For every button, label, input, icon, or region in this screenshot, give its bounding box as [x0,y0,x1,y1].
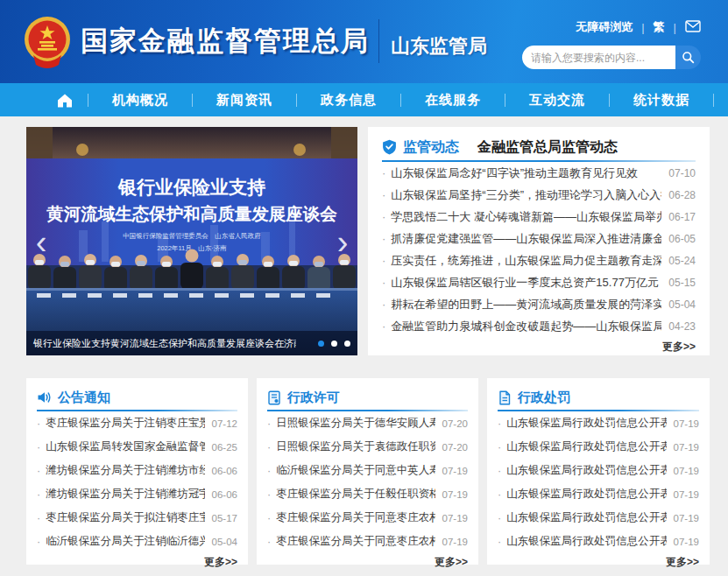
site-header: 国家金融监督管理总局 山东监管局 无障碍浏览 | 繁 | [0,0,728,83]
notices-panel-header: 公告通知 [37,385,237,410]
bullet-dot: · [498,536,501,548]
link-divider: | [674,21,676,34]
item-link[interactable]: 潍坊银保监分局关于注销潍坊市经纬... [46,463,204,478]
bullet-dot: · [37,465,40,477]
panel-title[interactable]: 行政许可 [287,390,340,406]
item-link[interactable]: 山东银保监局行政处罚信息公开表（... [506,463,666,478]
item-date: 07-10 [668,167,696,179]
tab-head-office-news[interactable]: 金融监管总局监管动态 [477,138,618,157]
tab-regulatory-news[interactable]: 监管动态 [403,138,459,157]
site-subtitle: 山东监管局 [391,33,487,60]
item-link[interactable]: 日照银保监分局关于袁德政任职资格的批... [276,439,435,454]
licensing-list: ·日照银保监分局关于德华安顾人寿保险有...07-20·日照银保监分局关于袁德政… [267,411,468,553]
bullet-dot: · [382,232,385,245]
link-divider: | [641,21,644,34]
nav-home[interactable] [42,92,88,109]
bullet-dot: · [382,320,385,333]
item-link[interactable]: 枣庄银保监分局关于注销枣庄宝景汽... [46,416,204,431]
nav-divider [713,94,714,107]
traditional-chinese-link[interactable]: 繁 [654,19,665,35]
item-link[interactable]: 山东银保监局行政处罚信息公开表（... [506,510,666,525]
carousel-caption[interactable]: 银行业保险业支持黄河流域生态保护和高质量发展座谈会在济南召开 [26,337,296,350]
bullet-dot: · [37,488,40,501]
news-list: ·山东银保监局念好“四字诀”推动主题教育见行见效07-10·山东银保监局坚持“三… [382,162,696,337]
carousel-dot[interactable] [331,341,337,347]
news-more-row: 更多>> [382,337,696,355]
carousel-dot[interactable] [318,341,324,347]
item-link[interactable]: 山东银保监局行政处罚信息公开表（... [506,534,666,549]
slide-title-line2: 黄河流域生态保护和高质量发展座谈会 [46,204,337,223]
item-link[interactable]: 山东银保监局辖区银行业一季度末总资产15.77万亿元，同比增长1... [391,275,661,291]
nav-item-1[interactable]: 新闻资讯 [193,92,296,109]
panel-title[interactable]: 公告通知 [58,390,110,406]
item-link[interactable]: 日照银保监分局关于德华安顾人寿保险有... [276,416,435,431]
panel-title[interactable]: 行政处罚 [518,390,570,406]
item-link[interactable]: 山东银保监局行政处罚信息公开表（... [506,487,666,502]
item-date: 07-19 [674,489,699,500]
item-link[interactable]: 潍坊银保监分局关于注销潍坊冠宇汽... [46,487,204,502]
item-link[interactable]: 山东银保监局行政处罚信息公开表（... [506,416,666,431]
item-link[interactable]: 临沂银保监分局关于注销临沂德兴行... [46,534,204,549]
carousel-prev-button[interactable]: ‹ [28,225,54,263]
list-item: ·耕耘在希望的田野上——黄河流域高质量发展的菏泽实践05-04 [382,293,696,315]
item-link[interactable]: 枣庄银保监分局关于任毅任职资格的批复 [276,487,435,502]
accessibility-link[interactable]: 无障碍浏览 [576,19,633,35]
item-link[interactable]: 金融监管助力泉城科创金改破题起势——山东银保监局支持济南市... [391,319,661,334]
bullet-dot: · [382,254,385,267]
item-link[interactable]: 枣庄银保监分局关于拟注销枣庄宝景... [46,510,204,525]
item-date: 07-19 [442,489,468,500]
item-link[interactable]: 枣庄银保监分局关于同意枣庄农村商业银... [276,510,435,525]
search-bar [522,46,701,69]
item-date: 07-19 [442,466,468,476]
item-link[interactable]: 山东银保监局念好“四字诀”推动主题教育见行见效 [391,165,661,181]
nav-item-5[interactable]: 统计数据 [610,92,713,109]
carousel-slide-image[interactable]: 银行业保险业支持 黄河流域生态保护和高质量发展座谈会 中国银行保险监督管理委员会… [26,127,357,355]
item-date: 06-05 [668,233,696,245]
carousel-next-button[interactable]: › [329,225,356,263]
notices-more-row: 更多>> [37,553,237,569]
licensing-panel: 行政许可 ·日照银保监分局关于德华安顾人寿保险有...07-20·日照银保监分局… [257,378,478,565]
penalties-list: ·山东银保监局行政处罚信息公开表（...07-19·山东银保监局行政处罚信息公开… [498,411,699,553]
carousel-dots [318,341,350,347]
list-item: ·潍坊银保监分局关于注销潍坊市经纬...06-06 [37,459,237,482]
mail-icon[interactable] [685,20,701,35]
item-link[interactable]: 山东银保监局坚持“三分类”，推动理论学习入脑入心入行 [391,187,661,203]
list-item: ·山东银保监局行政处罚信息公开表（...07-19 [498,411,699,435]
carousel-dot[interactable] [344,341,350,347]
item-link[interactable]: 学思践悟二十大 凝心铸魂谱新篇——山东银保监局举办“学习贯... [391,209,661,225]
search-button[interactable] [675,46,701,69]
header-utility-links: 无障碍浏览 | 繁 | [576,19,701,35]
item-link[interactable]: 枣庄银保监分局关于同意枣庄农村商业银... [276,534,435,549]
item-link[interactable]: 抓清廉促党建强监管——山东银保监局深入推进清廉金融文化建设 [391,231,661,247]
item-link[interactable]: 压实责任，统筹推进，山东银保监局力促主题教育走深走实 [391,253,661,269]
list-item: ·临沂银保监分局关于同意中英人寿保险有...07-19 [267,459,468,482]
item-link[interactable]: 山东银保监局转发国家金融监督管理... [46,439,204,454]
nav-items: 机构概况新闻资讯政务信息在线服务互动交流统计数据 [88,92,714,109]
item-link[interactable]: 临沂银保监分局关于同意中英人寿保险有... [276,463,435,478]
item-date: 06-17 [668,211,696,223]
item-date: 05-15 [668,277,696,289]
item-link[interactable]: 耕耘在希望的田野上——黄河流域高质量发展的菏泽实践 [391,297,661,313]
item-date: 07-19 [674,418,699,429]
bullet-dot: · [267,488,271,501]
national-emblem-logo [19,13,75,71]
title-divider [378,19,379,63]
nav-item-4[interactable]: 互动交流 [505,92,609,109]
list-item: ·山东银保监局行政处罚信息公开表（...07-19 [498,482,699,506]
search-input[interactable] [522,46,675,69]
nav-item-3[interactable]: 在线服务 [401,92,505,109]
list-item: ·金融监管助力泉城科创金改破题起势——山东银保监局支持济南市...04-23 [382,315,696,337]
more-link[interactable]: 更多>> [204,556,237,568]
bullet-dot: · [498,418,501,430]
more-link[interactable]: 更多>> [435,556,468,568]
more-link[interactable]: 更多>> [662,341,696,353]
item-date: 07-19 [674,513,699,523]
more-link[interactable]: 更多>> [666,556,699,568]
item-date: 06-06 [212,466,237,476]
nav-item-0[interactable]: 机构概况 [88,92,192,109]
bullet-dot: · [382,210,385,223]
nav-item-2[interactable]: 政务信息 [297,92,400,109]
slide-organizers: 中国银行保险监督管理委员会 山东省人民政府 [123,232,261,240]
list-item: ·山东银保监局转发国家金融监督管理...06-25 [37,435,237,459]
item-link[interactable]: 山东银保监局行政处罚信息公开表（... [506,439,666,454]
